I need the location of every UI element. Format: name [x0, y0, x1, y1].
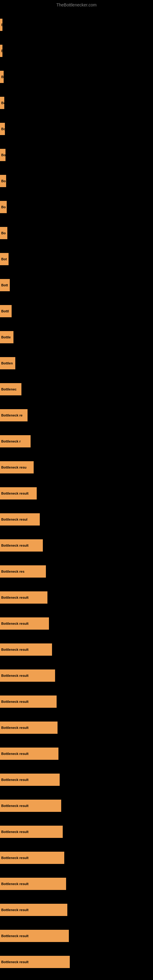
result-bar: Bo — [0, 201, 7, 213]
bar-row: Bo — [0, 194, 153, 220]
bar-label: Bottlen — [1, 361, 13, 365]
result-bar: Bottleneck result — [0, 904, 67, 916]
bar-row: Bottleneck result — [0, 923, 153, 949]
result-bar: Bo — [0, 97, 4, 109]
bar-label: Bottleneck result — [1, 960, 29, 964]
bar-label: Bo — [1, 179, 6, 183]
bar-label: Bottleneck resu — [1, 466, 27, 469]
bar-row: Bott — [0, 272, 153, 298]
bar-label: Bo — [1, 153, 5, 157]
result-bar: Bo — [0, 149, 5, 161]
bar-label: Bottlenec — [1, 387, 16, 391]
result-bar: Bottleneck re — [0, 409, 27, 422]
bar-row: Bottleneck result — [0, 949, 153, 975]
result-bar: B — [0, 19, 2, 31]
bar-label: Bottleneck result — [1, 492, 29, 495]
bar-row: Bottleneck re — [0, 402, 153, 428]
bar-label: Bot — [1, 257, 7, 261]
result-bar: B — [0, 45, 2, 57]
bar-row: Bottleneck res — [0, 558, 153, 584]
bar-label: Bottleneck result — [1, 934, 29, 938]
result-bar: Bottlen — [0, 357, 15, 369]
bar-row: Bottleneck result — [0, 792, 153, 819]
result-bar: Bottleneck result — [0, 930, 69, 942]
result-bar: Bottleneck result — [0, 852, 64, 864]
result-bar: Bottleneck result — [0, 878, 66, 890]
bar-label: Bottleneck result — [1, 830, 29, 834]
bar-row: B — [0, 12, 153, 38]
bar-label: Bottleneck result — [1, 726, 29, 730]
bar-label: Bottleneck result — [1, 674, 29, 678]
result-bar: Bottleneck result — [0, 695, 57, 708]
result-bar: Bottleneck result — [0, 956, 70, 968]
result-bar: Bottleneck result — [0, 487, 37, 500]
bar-row: Bottleneck result — [0, 740, 153, 767]
bar-label: Bottleneck result — [1, 752, 29, 756]
result-bar: Bott — [0, 279, 10, 291]
bar-row: Bottleneck result — [0, 662, 153, 689]
result-bar: Bottleneck result — [0, 670, 55, 682]
bar-label: Bott — [1, 283, 8, 287]
bar-label: Bottleneck result — [1, 778, 29, 781]
bar-row: Bottleneck result — [0, 819, 153, 845]
bar-label: B — [1, 49, 2, 52]
bar-label: Bottleneck result — [1, 648, 29, 651]
bar-row: Bottleneck result — [0, 767, 153, 792]
site-title: TheBottlenecker.com — [0, 0, 153, 9]
result-bar: Bottleneck result — [0, 773, 60, 786]
result-bar: Bottleneck result — [0, 748, 59, 760]
bar-row: Bo — [0, 168, 153, 194]
result-bar: Bo — [0, 175, 6, 187]
result-bar: Bottleneck result — [0, 643, 52, 656]
bar-label: Bottl — [1, 309, 9, 313]
bar-label: Bottleneck result — [1, 596, 29, 599]
result-bar: Bottleneck result — [0, 539, 43, 552]
bar-label: Bottleneck result — [1, 544, 29, 547]
result-bar: Bottleneck res — [0, 565, 46, 578]
result-bar: Bottleneck result — [0, 826, 63, 838]
result-bar: Bottleneck result — [0, 722, 57, 734]
bar-label: Bottleneck result — [1, 908, 29, 912]
bar-row: Bo — [0, 116, 153, 142]
bar-row: Bot — [0, 246, 153, 272]
bar-row: Bo — [0, 142, 153, 168]
bar-row: Bottleneck result — [0, 871, 153, 897]
result-bar: Bottlenec — [0, 383, 21, 395]
bar-row: Bottleneck result — [0, 584, 153, 610]
result-bar: Bo — [0, 123, 5, 135]
bar-label: Bo — [1, 205, 6, 209]
bar-label: Bottleneck resul — [1, 517, 27, 521]
bar-label: Bottleneck result — [1, 804, 29, 808]
bar-row: Bottleneck result — [0, 975, 153, 980]
bar-row: Bottleneck result — [0, 897, 153, 923]
bar-row: Bottlenec — [0, 376, 153, 402]
bar-row: B — [0, 38, 153, 64]
bar-row: Bo — [0, 90, 153, 116]
bar-row: Bottleneck result — [0, 480, 153, 506]
bar-label: Bo — [1, 231, 6, 235]
result-bar: Bottleneck result — [0, 617, 49, 630]
result-bar: Bottl — [0, 305, 12, 317]
result-bar: Bottleneck resu — [0, 461, 33, 474]
bar-row: Bottleneck result — [0, 714, 153, 740]
bar-row: Bo — [0, 220, 153, 246]
bars-container: BBBoBoBoBoBoBoBoBotBottBottlBottleBottle… — [0, 9, 153, 980]
bar-label: Bo — [1, 101, 4, 105]
result-bar: Bo — [0, 227, 7, 239]
bar-label: Bottleneck res — [1, 570, 24, 573]
result-bar: Bo — [0, 71, 4, 83]
bar-label: B — [1, 23, 2, 27]
bar-label: Bottleneck re — [1, 414, 22, 417]
bar-row: Bottleneck result — [0, 610, 153, 636]
bar-label: Bottleneck r — [1, 439, 21, 443]
bar-row: Bo — [0, 64, 153, 90]
bar-row: Bottleneck resul — [0, 506, 153, 532]
result-bar: Bottleneck r — [0, 435, 30, 447]
bar-row: Bottleneck result — [0, 689, 153, 714]
bar-label: Bottleneck result — [1, 700, 29, 703]
bar-label: Bottleneck result — [1, 622, 29, 625]
bar-row: Bottleneck result — [0, 636, 153, 662]
result-bar: Bottleneck result — [0, 591, 48, 604]
bar-label: Bottleneck result — [1, 856, 29, 860]
result-bar: Bottleneck result — [0, 800, 61, 812]
